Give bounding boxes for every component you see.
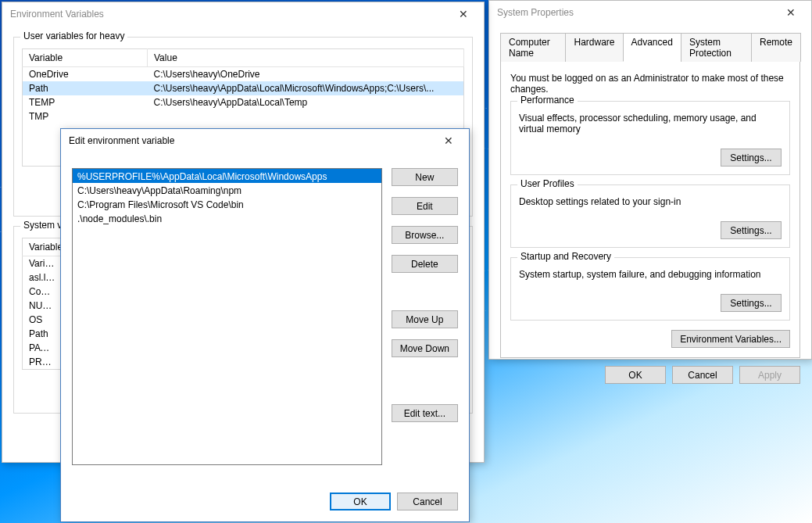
window-title: Environment Variables xyxy=(10,9,448,20)
group-legend: User variables for heavy xyxy=(20,30,127,41)
group-legend: Startup and Recovery xyxy=(517,251,614,262)
list-item[interactable]: %USERPROFILE%\AppData\Local\Microsoft\Wi… xyxy=(73,169,381,183)
performance-settings-button[interactable]: Settings... xyxy=(721,149,782,167)
userprofiles-settings-button[interactable]: Settings... xyxy=(721,221,782,239)
column-header-value[interactable]: Value xyxy=(148,49,464,67)
column-header-name[interactable]: Variable xyxy=(23,49,148,67)
apply-button[interactable]: Apply xyxy=(739,366,800,384)
delete-button[interactable]: Delete xyxy=(392,255,458,273)
cancel-button[interactable]: Cancel xyxy=(397,493,458,510)
tab-advanced[interactable]: Advanced xyxy=(623,33,681,62)
tab-remote[interactable]: Remote xyxy=(751,33,801,62)
table-row[interactable]: TEMPC:\Users\heavy\AppData\Local\Temp xyxy=(23,95,464,109)
edit-path-window: Edit environment variable ✕ %USERPROFILE… xyxy=(60,128,470,522)
list-item[interactable]: C:\Users\heavy\AppData\Roaming\npm xyxy=(73,183,381,197)
path-listbox[interactable]: %USERPROFILE%\AppData\Local\Microsoft\Wi… xyxy=(72,168,382,465)
group-desc: System startup, system failure, and debu… xyxy=(519,269,782,280)
window-title: System Properties xyxy=(497,7,775,18)
titlebar[interactable]: Environment Variables ✕ xyxy=(2,2,484,26)
browse-button[interactable]: Browse... xyxy=(392,226,458,244)
group-desc: Desktop settings related to your sign-in xyxy=(519,196,782,207)
admin-note: You must be logged on as an Administrato… xyxy=(510,73,790,95)
column-header-name[interactable]: Variable xyxy=(23,238,62,256)
group-user-profiles: User Profiles Desktop settings related t… xyxy=(510,184,790,248)
titlebar[interactable]: Edit environment variable ✕ xyxy=(61,129,469,152)
list-item[interactable]: .\node_modules\.bin xyxy=(73,211,381,225)
titlebar[interactable]: System Properties ✕ xyxy=(489,1,811,24)
startup-settings-button[interactable]: Settings... xyxy=(721,294,782,312)
tab-strip: Computer Name Hardware Advanced System P… xyxy=(500,32,800,62)
table-row[interactable]: PathC:\Users\heavy\AppData\Local\Microso… xyxy=(23,81,464,95)
system-properties-window: System Properties ✕ Computer Name Hardwa… xyxy=(488,0,812,360)
group-legend: Performance xyxy=(517,95,578,106)
group-performance: Performance Visual effects, processor sc… xyxy=(510,101,790,175)
move-down-button[interactable]: Move Down xyxy=(392,339,458,357)
edit-button[interactable]: Edit xyxy=(392,197,458,215)
tab-hardware[interactable]: Hardware xyxy=(565,33,623,62)
group-desc: Visual effects, processor scheduling, me… xyxy=(519,113,782,134)
group-legend: User Profiles xyxy=(517,178,578,189)
table-row[interactable]: TMP xyxy=(23,109,464,124)
table-row[interactable]: OneDriveC:\Users\heavy\OneDrive xyxy=(23,67,464,82)
new-button[interactable]: New xyxy=(392,168,458,186)
edit-text-button[interactable]: Edit text... xyxy=(392,404,458,422)
group-legend: System v xyxy=(20,220,65,231)
cancel-button[interactable]: Cancel xyxy=(672,366,733,384)
close-icon[interactable]: ✕ xyxy=(448,2,479,26)
group-startup: Startup and Recovery System startup, sys… xyxy=(510,257,790,321)
window-title: Edit environment variable xyxy=(69,135,433,146)
ok-button[interactable]: OK xyxy=(330,493,391,510)
move-up-button[interactable]: Move Up xyxy=(392,310,458,328)
environment-variables-button[interactable]: Environment Variables... xyxy=(671,330,790,348)
ok-button[interactable]: OK xyxy=(605,366,666,384)
list-item[interactable]: C:\Program Files\Microsoft VS Code\bin xyxy=(73,197,381,211)
close-icon[interactable]: ✕ xyxy=(775,1,807,24)
close-icon[interactable]: ✕ xyxy=(433,129,464,152)
tab-computer-name[interactable]: Computer Name xyxy=(500,33,566,62)
tab-system-protection[interactable]: System Protection xyxy=(681,33,752,62)
